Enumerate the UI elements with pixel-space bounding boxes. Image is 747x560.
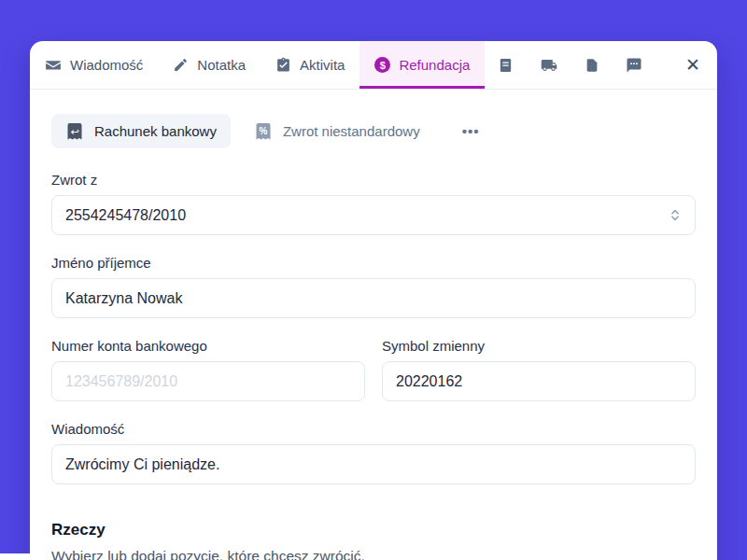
dollar-circle-icon: $: [374, 57, 390, 73]
account-symbol-row: Numer konta bankowego Symbol zmienny: [51, 338, 696, 421]
screen: { "colors": { "background": "#5145e5", "…: [0, 0, 747, 560]
svg-text:↩: ↩: [70, 125, 78, 136]
refund-form: ↩ Rachunek bankowy % Zwrot niestandardow…: [30, 90, 717, 560]
document-lines-icon: [498, 57, 514, 74]
tab-bar: Wiadomość Notatka Aktivita $ Refundacja: [30, 41, 717, 90]
tab-notatka[interactable]: Notatka: [158, 41, 261, 89]
field-label: Symbol zmienny: [382, 338, 696, 354]
field-label: Jméno příjemce: [51, 255, 696, 271]
variable-symbol-field: Symbol zmienny: [382, 338, 696, 401]
selected-value: 2554245478/2010: [65, 207, 186, 224]
tab-label: Notatka: [197, 57, 246, 73]
background-element: [0, 553, 30, 560]
tab-refundacja[interactable]: $ Refundacja: [359, 41, 485, 89]
field-label: Zwrot z: [51, 172, 696, 188]
refund-type-toggle: ↩ Rachunek bankowy % Zwrot niestandardow…: [51, 114, 696, 148]
bank-account-field: Numer konta bankowego: [51, 338, 365, 401]
variable-symbol-input[interactable]: [382, 361, 696, 401]
refund-source-select[interactable]: 2554245478/2010: [51, 195, 696, 235]
option-label: Rachunek bankowy: [94, 123, 217, 139]
message-input[interactable]: [51, 444, 696, 484]
tab-aktivita[interactable]: Aktivita: [261, 41, 359, 89]
close-icon: ✕: [685, 54, 700, 76]
message-field: Wiadomość: [51, 421, 696, 484]
pencil-icon: [173, 57, 189, 73]
items-section: Rzeczy Wybierz lub dodaj pozycje, które …: [51, 521, 696, 560]
tab-comments[interactable]: [613, 41, 655, 89]
field-label: Numer konta bankowego: [51, 338, 365, 354]
percent-receipt-icon: %: [254, 122, 273, 141]
custom-refund-option[interactable]: % Zwrot niestandardowy: [240, 114, 434, 148]
items-section-subtitle: Wybierz lub dodaj pozycje, które chcesz …: [51, 548, 696, 560]
close-button[interactable]: ✕: [669, 41, 717, 89]
tab-file[interactable]: [571, 41, 613, 89]
recipient-name-field: Jméno příjemce: [51, 255, 696, 318]
svg-text:%: %: [259, 126, 267, 136]
recipient-name-input[interactable]: [51, 278, 696, 318]
tab-label: Refundacja: [399, 57, 470, 73]
items-section-title: Rzeczy: [51, 521, 696, 539]
tab-label: Wiadomość: [70, 57, 143, 73]
chat-icon: [626, 57, 642, 74]
file-icon: [585, 57, 599, 74]
refund-source-field: Zwrot z 2554245478/2010: [51, 172, 696, 235]
truck-icon: [540, 57, 558, 74]
more-options-button[interactable]: •••: [457, 119, 486, 143]
tab-document[interactable]: [485, 41, 527, 89]
chevron-up-down-icon: [669, 208, 682, 222]
clipboard-check-icon: [275, 57, 291, 73]
bank-transfer-option[interactable]: ↩ Rachunek bankowy: [51, 114, 231, 148]
refund-panel: Wiadomość Notatka Aktivita $ Refundacja: [30, 41, 717, 560]
tab-wiadomosc[interactable]: Wiadomość: [30, 41, 158, 89]
tab-label: Aktivita: [300, 57, 345, 73]
money-return-icon: ↩: [65, 122, 84, 141]
tab-shipping[interactable]: [527, 41, 571, 89]
bank-account-input[interactable]: [51, 361, 365, 401]
ellipsis-icon: •••: [462, 123, 480, 139]
option-label: Zwrot niestandardowy: [283, 123, 420, 139]
envelope-icon: [45, 57, 62, 74]
field-label: Wiadomość: [51, 421, 696, 437]
